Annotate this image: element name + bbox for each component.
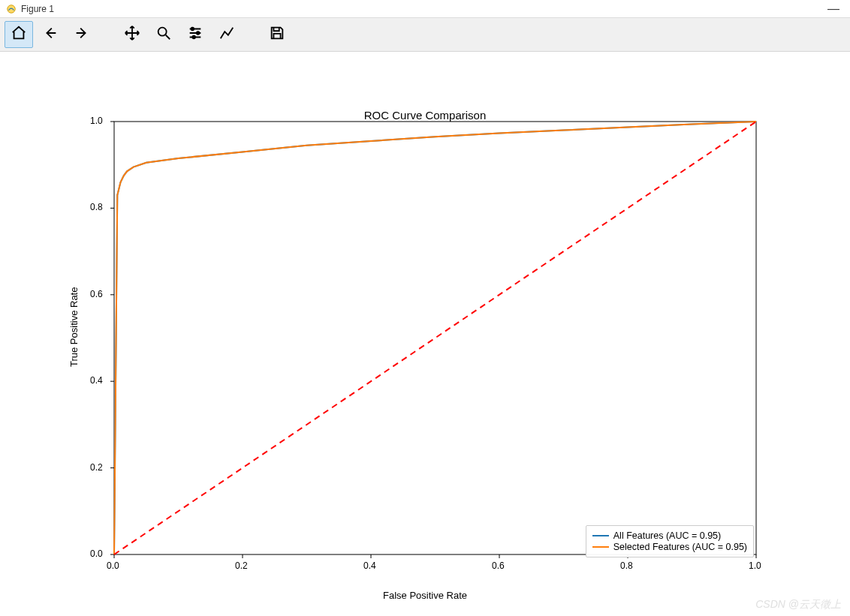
legend-label: Selected Features (AUC = 0.95) [613,542,747,552]
pan-button[interactable] [118,21,146,48]
x-tick-label: 0.8 [620,560,633,571]
edit-axes-button[interactable] [212,21,241,48]
x-tick-label: 0.0 [107,560,119,571]
svg-point-4 [192,36,195,39]
x-tick-label: 0.6 [492,560,505,571]
configure-subplots-button[interactable] [181,21,209,48]
legend-swatch [592,546,609,548]
home-button[interactable] [5,21,33,48]
app-icon [6,4,17,14]
sliders-icon [187,25,203,44]
y-tick-label: 0.6 [90,289,103,299]
home-icon [11,25,27,44]
save-icon [269,25,285,44]
y-tick-label: 0.8 [90,202,103,212]
x-tick-label: 0.2 [235,560,248,571]
x-tick-label: 0.4 [363,560,376,571]
legend-row: Selected Features (AUC = 0.95) [592,542,747,552]
zoom-button[interactable] [149,21,178,48]
toolbar [0,18,850,52]
move-icon [124,25,140,44]
legend-row: All Features (AUC = 0.95) [592,530,747,541]
forward-button[interactable] [68,21,96,48]
svg-point-2 [191,28,194,31]
chart-line-icon [219,25,235,44]
zoom-icon [155,25,172,44]
y-tick-label: 0.4 [90,375,103,386]
svg-point-1 [158,28,167,36]
arrow-left-icon [42,25,59,44]
plot-area[interactable]: ROC Curve Comparison True Positive Rate … [0,52,850,616]
x-tick-label: 1.0 [749,560,761,571]
back-button[interactable] [36,21,65,48]
window-titlebar: Figure 1 — [0,0,850,18]
y-tick-label: 1.0 [90,116,103,126]
svg-point-3 [197,32,200,35]
svg-point-0 [8,5,16,13]
x-axis-label: False Positive Rate [0,590,850,601]
y-axis-label: True Positive Rate [68,287,80,367]
legend: All Features (AUC = 0.95)Selected Featur… [586,525,754,557]
window-title: Figure 1 [21,4,54,14]
minimize-button[interactable]: — [823,5,844,13]
y-tick-label: 0.0 [90,548,103,559]
y-tick-label: 0.2 [90,462,103,473]
legend-label: All Features (AUC = 0.95) [613,530,721,541]
save-button[interactable] [263,21,291,48]
arrow-right-icon [74,25,90,44]
legend-swatch [592,535,609,536]
